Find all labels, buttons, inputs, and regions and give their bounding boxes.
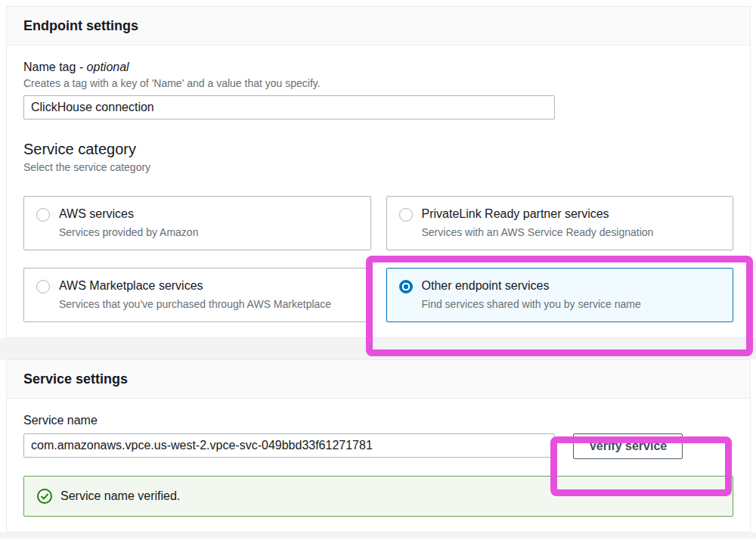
service-settings-card: Service settings Service name Verify ser…: [6, 359, 751, 533]
name-tag-description: Creates a tag with a key of 'Name' and a…: [23, 77, 733, 89]
endpoint-settings-body: Name tag - optional Creates a tag with a…: [7, 45, 750, 337]
tile-description: Services provided by Amazon: [59, 225, 198, 240]
tile-aws-services[interactable]: AWS services Services provided by Amazon: [23, 196, 371, 250]
tile-other-endpoint-services[interactable]: Other endpoint services Find services sh…: [386, 268, 734, 322]
radio-unselected-icon[interactable]: [36, 280, 50, 293]
page: Endpoint settings Name tag - optional Cr…: [0, 0, 756, 539]
tile-privatelink-ready-partner-services[interactable]: PrivateLink Ready partner services Servi…: [386, 196, 734, 250]
tile-text: AWS services Services provided by Amazon: [59, 206, 198, 240]
tile-description: Find services shared with you by service…: [422, 297, 641, 312]
service-name-label: Service name: [23, 414, 733, 427]
tile-text: Other endpoint services Find services sh…: [422, 278, 641, 312]
service-name-row: Verify service: [23, 427, 733, 459]
page-background-gap: [0, 338, 756, 359]
tile-aws-marketplace-services[interactable]: AWS Marketplace services Services that y…: [23, 268, 371, 322]
service-category-heading: Service category: [23, 141, 733, 158]
verify-service-button[interactable]: Verify service: [573, 433, 683, 459]
page-background-bottom: [0, 533, 756, 539]
endpoint-settings-card: Endpoint settings Name tag - optional Cr…: [6, 6, 751, 338]
name-tag-label-text: Name tag: [23, 61, 76, 73]
tile-label: AWS services: [59, 206, 198, 222]
endpoint-settings-title: Endpoint settings: [23, 18, 733, 34]
radio-selected-icon[interactable]: [399, 280, 413, 293]
alert-text: Service name verified.: [60, 489, 180, 503]
service-category-options: AWS services Services provided by Amazon…: [23, 196, 733, 322]
tile-description: Services with an AWS Service Ready desig…: [422, 225, 654, 240]
tile-text: PrivateLink Ready partner services Servi…: [422, 206, 654, 240]
tile-label: AWS Marketplace services: [59, 278, 331, 294]
service-name-input[interactable]: [23, 433, 555, 458]
name-tag-input[interactable]: [23, 95, 555, 120]
radio-unselected-icon[interactable]: [36, 208, 50, 222]
tile-text: AWS Marketplace services Services that y…: [59, 278, 331, 312]
service-settings-body: Service name Verify service Service name…: [7, 399, 750, 532]
radio-unselected-icon[interactable]: [399, 208, 413, 222]
check-circle-icon: [36, 488, 53, 505]
name-tag-optional-text: - optional: [79, 61, 129, 73]
service-verified-alert: Service name verified.: [23, 476, 733, 517]
tile-label: Other endpoint services: [422, 278, 641, 294]
service-category-description: Select the service category: [23, 161, 733, 173]
endpoint-settings-header: Endpoint settings: [7, 7, 750, 45]
name-tag-label: Name tag - optional: [23, 61, 733, 74]
service-settings-header: Service settings: [7, 360, 750, 399]
tile-label: PrivateLink Ready partner services: [422, 206, 654, 222]
tile-description: Services that you've purchased through A…: [59, 297, 331, 312]
service-settings-title: Service settings: [23, 371, 733, 387]
